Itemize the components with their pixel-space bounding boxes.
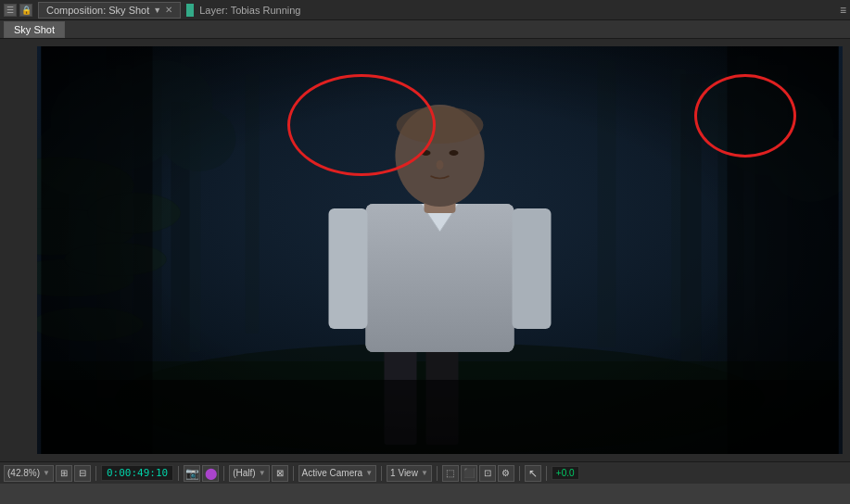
svg-rect-50	[42, 380, 839, 454]
window-icons: ☰ 🔒	[4, 4, 32, 17]
timecode-display[interactable]: 0:00:49:10	[101, 465, 173, 481]
sep-6	[437, 466, 438, 481]
sep-3	[223, 466, 224, 481]
bottom-toolbar: (42.8%) ▼ ⊞ ⊟ 0:00:49:10 📷 ⬤ (Half) ▼ ⊠ …	[0, 461, 850, 484]
sep-1	[95, 466, 96, 481]
view-layout-dropdown[interactable]: 1 View ▼	[387, 465, 432, 482]
pick-whip-btn[interactable]: ↖	[525, 465, 541, 482]
color-correction-btn[interactable]: ⬤	[202, 465, 219, 482]
zoom-dropdown[interactable]: (42.8%) ▼	[4, 465, 54, 482]
render-current-btn[interactable]: ⊡	[479, 465, 496, 482]
composition-label: Composition: Sky Shot	[46, 5, 149, 16]
render-all-btn[interactable]: ⬛	[461, 465, 477, 482]
composition-close[interactable]: ✕	[165, 5, 172, 15]
tab-sky-shot[interactable]: Sky Shot	[4, 21, 65, 38]
quality-value: (Half)	[233, 468, 255, 478]
zoom-value: (42.8%)	[7, 468, 40, 478]
viewport-container	[0, 39, 850, 461]
panel-menu-icon[interactable]: ≡	[840, 4, 846, 17]
sep-5	[381, 466, 382, 481]
camera-settings-btn[interactable]: 📷	[184, 465, 200, 482]
window-menu-icon[interactable]: ☰	[4, 4, 17, 17]
active-camera-label: Active Camera	[302, 468, 363, 478]
scene-frame	[37, 46, 843, 454]
layer-color-swatch	[186, 4, 194, 17]
sep-4	[293, 466, 294, 481]
tab-bar: Sky Shot	[0, 20, 850, 39]
fit-to-frame-btn[interactable]: ⊞	[56, 465, 72, 482]
active-camera-dropdown[interactable]: Active Camera ▼	[298, 465, 377, 482]
forest-scene	[37, 46, 843, 454]
layer-label: Layer: Tobias Running	[199, 5, 300, 16]
render-settings-btn[interactable]: ⚙	[498, 465, 514, 482]
composition-dropdown-arrow[interactable]: ▼	[153, 6, 161, 15]
green-exposure-value[interactable]: +0.0	[552, 466, 579, 480]
zoom-arrow: ▼	[43, 469, 50, 477]
sep-2	[178, 466, 179, 481]
sep-7	[519, 466, 520, 481]
composition-tab[interactable]: Composition: Sky Shot ▼ ✕	[38, 2, 181, 19]
quality-arrow: ▼	[259, 469, 266, 477]
scene-canvas	[37, 46, 843, 454]
sep-8	[546, 466, 547, 481]
title-bar: ☰ 🔒 Composition: Sky Shot ▼ ✕ Layer: Tob…	[0, 0, 850, 20]
render-region-btn[interactable]: ⬚	[442, 465, 459, 482]
transparency-grid-btn[interactable]: ⊠	[272, 465, 288, 482]
quality-dropdown[interactable]: (Half) ▼	[229, 465, 269, 482]
lock-icon[interactable]: 🔒	[19, 4, 32, 17]
view-layout-arrow: ▼	[421, 469, 428, 477]
safe-zones-btn[interactable]: ⊟	[74, 465, 91, 482]
view-layout-label: 1 View	[390, 468, 418, 478]
camera-arrow: ▼	[365, 469, 373, 477]
